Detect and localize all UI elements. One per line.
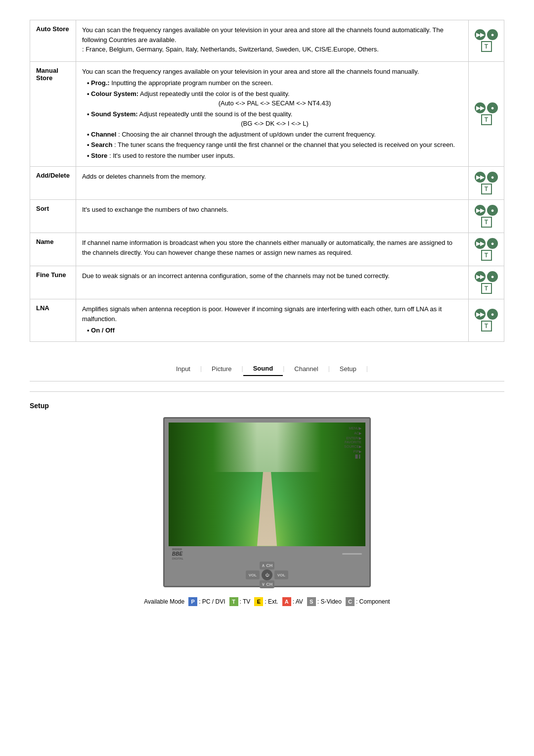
table-row: Sort It's used to exchange the numbers o… [30, 200, 504, 233]
tv-logo-row: ⊞⊞⊞⊞ BBE DIGITAL [167, 547, 367, 560]
t-icon: T [481, 41, 492, 52]
vol-ch-group: ∧ CH VOL ⏻ VOL ∨ CH [246, 562, 288, 588]
tv-led-group [342, 553, 362, 555]
row-label: Fine Tune [30, 266, 76, 299]
row-desc: If channel name information is broadcast… [76, 233, 468, 266]
mode-label-a: : AV [293, 598, 303, 605]
power-btn[interactable]: ⏻ [262, 569, 272, 580]
nav-item-channel[interactable]: Channel [284, 362, 328, 376]
t-icon: T [481, 250, 492, 261]
tv-bar [342, 553, 362, 555]
forward-icon: ▶▶ [475, 29, 486, 40]
vol-down-btn[interactable]: VOL [246, 570, 260, 579]
mode-label-e: : Ext. [265, 598, 278, 605]
tv-frame: MENU▶ AC▶ ENTER/▶FAVORITE SOURCE▶ PIP▶ ▐… [163, 417, 371, 587]
left-trees [169, 423, 257, 546]
mode-label-t: : TV [240, 598, 251, 605]
page-content: Auto Store You can scan the frequency ra… [0, 0, 534, 626]
nav-item-setup[interactable]: Setup [330, 362, 366, 376]
row-icon: ▶▶ ● T [469, 167, 504, 200]
table-row: Auto Store You can scan the frequency ra… [30, 20, 504, 62]
table-row: Name If channel name information is broa… [30, 233, 504, 266]
path [257, 472, 277, 546]
t-icon: T [481, 217, 492, 228]
row-label: Add/Delete [30, 167, 76, 200]
mode-ext: E : Ext. [254, 597, 278, 606]
enter-btn: ENTER/▶FAVORITE [344, 436, 361, 444]
row-label: LNA [30, 299, 76, 342]
setup-title: Setup [30, 402, 504, 410]
row-icon: ▶▶ ● T [469, 61, 504, 167]
row-icon: ▶▶ ● T [469, 266, 504, 299]
mode-icon-a: A [282, 597, 291, 606]
section-divider [30, 391, 504, 392]
tv-buttons-row: ∧ CH VOL ⏻ VOL ∨ CH [246, 562, 288, 588]
vol-up-btn[interactable]: VOL [274, 570, 288, 579]
mode-label-p: : PC / DVI [199, 598, 225, 605]
play-icon: ● [487, 238, 498, 249]
row-desc: Due to weak signals or an incorrect ante… [76, 266, 468, 299]
mode-icon-t: T [229, 597, 238, 606]
bullet-sound: • Sound System: Adjust repeatedly until … [82, 109, 462, 129]
row-icon: ▶▶ ● T [469, 20, 504, 62]
pip-btn: PIP▶ [344, 450, 361, 454]
nav-item-sound[interactable]: Sound [243, 362, 283, 376]
row-icon: ▶▶ ● T [469, 200, 504, 233]
row-desc: It's used to exchange the numbers of two… [76, 200, 468, 233]
tv-label: ⊞⊞⊞⊞ [172, 547, 183, 551]
row-label: ManualStore [30, 61, 76, 167]
table-row: LNA Amplifies signals when antenna recep… [30, 299, 504, 342]
table-row: ManualStore You can scan the frequency r… [30, 61, 504, 167]
row-desc: You can scan the frequency ranges availa… [76, 61, 468, 167]
setup-section: Setup MENU▶ AC▶ ENTER/▶FAVORITE [30, 402, 504, 606]
bullet-channel: • Channel : Choosing the air channel thr… [82, 130, 462, 140]
row-label: Auto Store [30, 20, 76, 62]
play-icon: ● [487, 271, 498, 282]
mode-av: A : AV [282, 597, 303, 606]
available-modes-label: Available Mode [144, 598, 184, 605]
forward-icon: ▶▶ [475, 238, 486, 249]
row-desc-text: You can scan the frequency ranges availa… [82, 25, 462, 54]
row-desc-text: Adds or deletes channels from the memory… [82, 172, 462, 182]
forward-icon: ▶▶ [475, 172, 486, 183]
available-modes: Available Mode P : PC / DVI T : TV E : E… [30, 597, 504, 606]
tv-controls: ⊞⊞⊞⊞ BBE DIGITAL ∧ CH [165, 550, 369, 586]
bullet-prog: • Prog.: Inputting the appropriate progr… [82, 78, 462, 88]
row-icon: ▶▶ ● T [469, 299, 504, 342]
bullet-search: • Search : The tuner scans the frequency… [82, 140, 462, 150]
row-desc-text: If channel name information is broadcast… [82, 238, 462, 257]
nav-item-input[interactable]: Input [166, 362, 200, 376]
row-desc-text: Due to weak signals or an incorrect ante… [82, 271, 462, 281]
tree-scene [169, 423, 365, 546]
menu-btn: MENU▶ [344, 426, 361, 430]
ch-down-btn[interactable]: ∨ CH [260, 580, 274, 588]
row-label: Sort [30, 200, 76, 233]
mode-icon-s: S [307, 597, 316, 606]
ac-btn: AC▶ [344, 431, 361, 435]
source-btn: SOURCE▶ [344, 445, 361, 449]
row-desc: Adds or deletes channels from the memory… [76, 167, 468, 200]
mode-icon-p: P [188, 597, 197, 606]
forward-icon: ▶▶ [475, 205, 486, 216]
nav-sep-5: | [366, 365, 368, 372]
tv-digital: DIGITAL [172, 557, 183, 560]
t-icon: T [481, 321, 492, 331]
tv-screen: MENU▶ AC▶ ENTER/▶FAVORITE SOURCE▶ PIP▶ ▐… [169, 423, 365, 546]
tv-label-group: ⊞⊞⊞⊞ BBE DIGITAL [172, 547, 183, 560]
forward-icon: ▶▶ [475, 102, 486, 113]
mode-label-s: : S-Video [317, 598, 342, 605]
ch-up-btn[interactable]: ∧ CH [260, 562, 274, 569]
bullet-store: • Store : It's used to restore the numbe… [82, 151, 462, 161]
bullet-onoff: • On / Off [82, 326, 462, 335]
t-icon: T [481, 114, 492, 125]
vol-row: VOL ⏻ VOL [246, 569, 288, 580]
play-icon: ● [487, 205, 498, 216]
row-desc: You can scan the frequency ranges availa… [76, 20, 468, 62]
row-icon: ▶▶ ● T [469, 233, 504, 266]
nav-item-picture[interactable]: Picture [202, 362, 241, 376]
mode-icon-c: C [346, 597, 355, 606]
mode-component: C : Component [346, 597, 390, 606]
mode-icon-e: E [254, 597, 263, 606]
extra-btn: ▐▌▌ [344, 455, 361, 458]
remote-icons: MENU▶ AC▶ ENTER/▶FAVORITE SOURCE▶ PIP▶ ▐… [344, 426, 361, 458]
